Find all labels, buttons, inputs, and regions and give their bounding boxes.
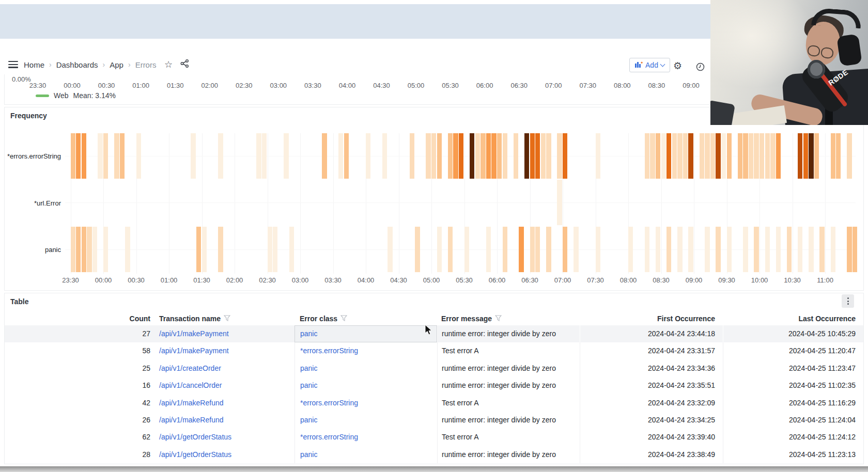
table-row: 27/api/v1/makePaymentpanicruntime error:…	[5, 325, 863, 342]
cell-error-class[interactable]: *errors.errorString	[295, 395, 437, 412]
filter-icon[interactable]	[224, 314, 230, 323]
heatmap-cell	[514, 133, 518, 179]
column-header-last-occurrence[interactable]: Last Occurrence	[723, 312, 863, 325]
column-header-count[interactable]: Count	[5, 312, 154, 325]
cell-last: 2024-04-25 11:24:12	[723, 429, 863, 446]
webcam-headphones-cup	[836, 34, 862, 66]
column-header-error-class[interactable]: Error class	[295, 312, 437, 325]
breadcrumb-actions: ☆	[164, 54, 189, 75]
heatmap-x-tick: 11:00	[817, 276, 833, 284]
top-chart-tick: 02:30	[236, 82, 253, 89]
legend-series-label[interactable]: Web	[54, 91, 69, 100]
cell-error-class[interactable]: *errors.errorString	[295, 429, 437, 446]
heatmap-gridline	[65, 202, 856, 203]
cell-first: 2024-04-24 23:32:09	[580, 395, 723, 412]
heatmap-cell	[754, 227, 758, 272]
breadcrumb: Home›Dashboards›App›Errors	[24, 54, 156, 75]
webcam-mic-capsule	[808, 60, 825, 78]
y-axis-zero-label: 0.00%	[12, 75, 31, 83]
filter-icon[interactable]	[495, 314, 502, 323]
top-chart-tick: 07:00	[545, 82, 562, 89]
cell-transaction[interactable]: /api/v1/makePayment	[154, 325, 295, 342]
cell-last: 2024-04-25 11:16:29	[723, 395, 863, 412]
heatmap-x-tick: 07:00	[554, 276, 571, 284]
heatmap-cell	[87, 227, 91, 272]
heatmap-cell	[765, 133, 770, 179]
cell-error-class[interactable]: panic	[295, 446, 437, 463]
filter-icon[interactable]	[340, 314, 347, 323]
cell-transaction[interactable]: /api/v1/makeRefund	[154, 412, 295, 429]
heatmap-cell	[218, 227, 223, 272]
heatmap-cell	[770, 133, 775, 179]
breadcrumb-item-dashboards[interactable]: Dashboards	[56, 60, 98, 69]
heatmap-cell	[831, 133, 835, 179]
time-picker-clock-icon[interactable]	[696, 62, 705, 73]
heatmap-cell	[464, 227, 469, 272]
cell-error-class[interactable]: panic	[295, 325, 437, 342]
heatmap-gridline	[825, 133, 826, 274]
table-row: 28/api/v1/getOrderStatuspanicruntime err…	[5, 446, 863, 463]
cell-transaction[interactable]: /api/v1/makePayment	[154, 342, 295, 359]
cell-transaction[interactable]: /api/v1/getOrderStatus	[154, 429, 295, 446]
heatmap-cell	[273, 227, 277, 272]
heatmap-x-tick: 10:30	[784, 276, 801, 284]
heatmap-cell	[530, 227, 535, 272]
heatmap-cell	[459, 133, 463, 179]
table-header-row: CountTransaction nameError classError me…	[5, 312, 863, 325]
share-icon[interactable]	[180, 59, 189, 70]
heatmap-cell	[765, 227, 770, 272]
column-header-transaction-name[interactable]: Transaction name	[154, 312, 295, 325]
heatmap-cell	[721, 133, 726, 179]
column-header-error-message[interactable]: Error message	[437, 312, 580, 325]
column-header-label: Transaction name	[159, 314, 221, 323]
cell-error-class[interactable]: panic	[295, 360, 437, 377]
column-header-first-occurrence[interactable]: First Occurrence	[580, 312, 723, 325]
heatmap-cell	[448, 133, 453, 179]
webcam-headphones-band	[811, 8, 862, 29]
heatmap-x-tick: 03:00	[292, 276, 309, 284]
heatmap-x-tick: 03:30	[324, 276, 342, 284]
top-chart-tick: 04:00	[339, 82, 356, 89]
heatmap-cell	[191, 133, 195, 179]
menu-icon[interactable]	[8, 61, 18, 68]
cell-count: 42	[5, 395, 154, 412]
heatmap-cell	[836, 133, 841, 179]
panel-menu-kebab-icon[interactable]	[842, 294, 854, 308]
heatmap-cell	[656, 227, 660, 272]
star-icon[interactable]: ☆	[164, 60, 173, 69]
heatmap-cell	[853, 227, 857, 272]
add-panel-icon	[635, 60, 643, 70]
heatmap-plot	[65, 133, 861, 272]
cell-transaction[interactable]: /api/v1/cancelOrder	[154, 377, 295, 394]
cell-last: 2024-04-25 10:45:29	[723, 325, 863, 342]
heatmap-x-tick: 23:30	[62, 276, 79, 284]
cell-first: 2024-04-24 23:44:18	[580, 325, 723, 342]
cell-error-class[interactable]: panic	[295, 412, 437, 429]
heatmap-cell	[530, 133, 535, 179]
settings-gear-icon[interactable]: ⚙	[673, 61, 682, 71]
cell-error-message: runtime error: integer divide by zero	[437, 446, 580, 463]
heatmap-cell	[749, 133, 753, 179]
cell-transaction[interactable]: /api/v1/createOrder	[154, 360, 295, 377]
heatmap-cell	[491, 133, 496, 179]
cell-transaction[interactable]: /api/v1/makeRefund	[154, 395, 295, 412]
heatmap-x-tick: 05:30	[456, 276, 473, 284]
cell-error-class[interactable]: panic	[295, 377, 437, 394]
legend-swatch	[36, 95, 49, 97]
column-header-label: Error class	[300, 314, 337, 323]
heatmap-cell	[120, 133, 125, 179]
cell-count: 28	[5, 446, 154, 463]
breadcrumb-item-app[interactable]: App	[110, 60, 123, 69]
breadcrumb-item-home[interactable]: Home	[24, 60, 44, 69]
heatmap-cell	[524, 133, 529, 179]
bottom-video-strip	[0, 466, 868, 472]
heatmap-cell	[196, 227, 201, 272]
cell-transaction[interactable]: /api/v1/getOrderStatus	[154, 446, 295, 463]
add-button[interactable]: Add	[629, 58, 670, 72]
heatmap-cell	[563, 133, 567, 179]
heatmap-cell	[743, 133, 748, 179]
heatmap-cell	[574, 227, 578, 272]
heatmap-gridline	[333, 133, 334, 274]
heatmap-cell	[645, 133, 649, 179]
cell-error-class[interactable]: *errors.errorString	[295, 342, 437, 359]
